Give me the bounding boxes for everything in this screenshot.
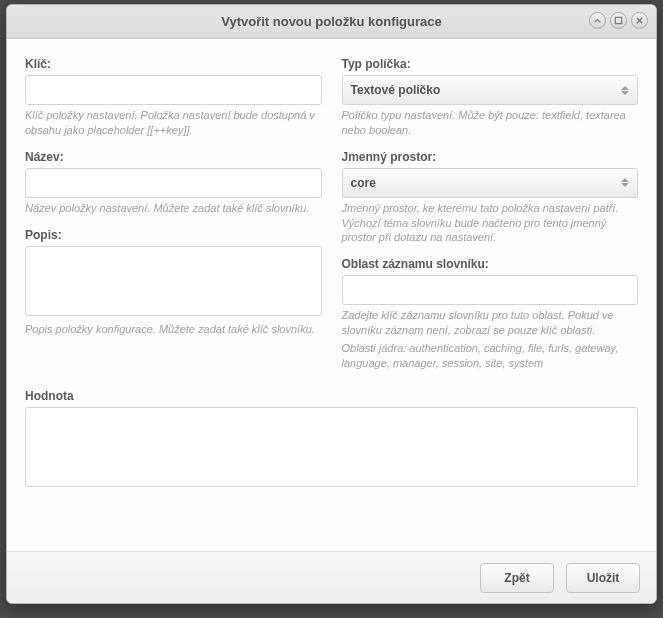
description-label: Popis: — [25, 228, 322, 242]
dialog-window: Vytvořit novou položku konfigurace Klíč:… — [6, 4, 657, 604]
type-select[interactable]: Textové políčko — [342, 75, 639, 105]
save-button[interactable]: Uložit — [566, 563, 640, 593]
namespace-help: Jmenný prostor, ke kterému tato položka … — [342, 201, 639, 246]
left-column: Klíč: Klíč položky nastavení. Položka na… — [25, 57, 322, 383]
key-help: Klíč položky nastavení. Položka nastaven… — [25, 108, 322, 138]
field-area: Oblast záznamu slovníku: Zadejte klíč zá… — [342, 257, 639, 370]
name-help: Název položky nastavení. Můžete zadat ta… — [25, 201, 322, 216]
chevron-updown-icon — [621, 178, 629, 187]
field-type: Typ políčka: Textové políčko Políčko typ… — [342, 57, 639, 138]
description-help: Popis položky konfigurace. Můžete zadat … — [25, 322, 322, 337]
field-namespace: Jmenný prostor: core Jmenný prostor, ke … — [342, 150, 639, 246]
key-label: Klíč: — [25, 57, 322, 71]
type-label: Typ políčka: — [342, 57, 639, 71]
area-help-2: Oblasti jádra: authentication, caching, … — [342, 341, 639, 371]
value-input[interactable] — [25, 407, 638, 487]
area-input[interactable] — [342, 275, 639, 305]
value-label: Hodnota — [25, 389, 638, 403]
dialog-title: Vytvořit novou položku konfigurace — [221, 14, 442, 29]
button-bar: Zpět Uložit — [7, 551, 656, 603]
namespace-label: Jmenný prostor: — [342, 150, 639, 164]
area-help-1: Zadejte klíč záznamu slovníku pro tuto o… — [342, 308, 639, 338]
field-name: Název: Název položky nastavení. Můžete z… — [25, 150, 322, 216]
namespace-select[interactable]: core — [342, 168, 639, 198]
dialog-body: Klíč: Klíč položky nastavení. Položka na… — [7, 39, 656, 551]
name-input[interactable] — [25, 168, 322, 198]
area-label: Oblast záznamu slovníku: — [342, 257, 639, 271]
description-input[interactable] — [25, 246, 322, 316]
namespace-select-value: core — [351, 176, 376, 190]
chevron-updown-icon — [621, 86, 629, 95]
svg-rect-0 — [615, 17, 621, 23]
title-tools — [589, 12, 648, 29]
type-select-value: Textové políčko — [351, 83, 441, 97]
key-input[interactable] — [25, 75, 322, 105]
close-icon[interactable] — [631, 12, 648, 29]
titlebar: Vytvořit novou položku konfigurace — [7, 5, 656, 39]
field-value: Hodnota — [25, 389, 638, 490]
type-help: Políčko typu nastavení. Může být pouze: … — [342, 108, 639, 138]
right-column: Typ políčka: Textové políčko Políčko typ… — [342, 57, 639, 383]
field-description: Popis: Popis položky konfigurace. Můžete… — [25, 228, 322, 337]
name-label: Název: — [25, 150, 322, 164]
collapse-icon[interactable] — [589, 12, 606, 29]
maximize-icon[interactable] — [610, 12, 627, 29]
back-button[interactable]: Zpět — [480, 563, 554, 593]
field-key: Klíč: Klíč položky nastavení. Položka na… — [25, 57, 322, 138]
